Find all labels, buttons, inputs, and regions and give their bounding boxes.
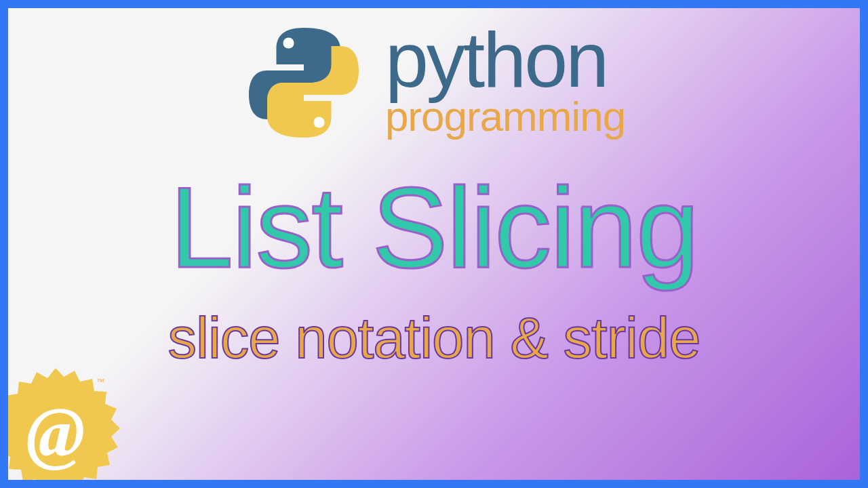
header-section: python programming [8, 8, 860, 144]
svg-point-0 [283, 37, 294, 48]
svg-point-1 [313, 117, 324, 127]
main-title: List Slicing [8, 171, 860, 285]
tm-symbol: ™ [96, 377, 104, 386]
at-symbol: @ [26, 392, 85, 474]
subtitle: slice notation & stride [8, 305, 860, 371]
python-logo-icon [243, 22, 365, 144]
python-title: python [385, 25, 607, 96]
badge-icon: @ ™ [0, 365, 123, 488]
header-text-group: python programming [385, 25, 625, 140]
programming-subtitle: programming [385, 92, 625, 140]
